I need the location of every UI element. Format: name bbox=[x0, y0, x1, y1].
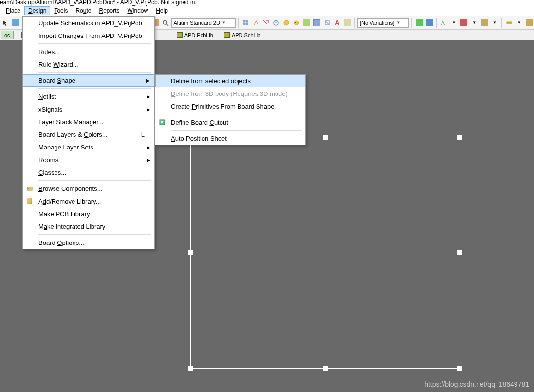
separator bbox=[38, 180, 151, 181]
menu-reports[interactable]: Reports bbox=[95, 6, 123, 15]
search-icon[interactable] bbox=[161, 18, 170, 28]
text-tool-icon[interactable]: A bbox=[332, 18, 342, 28]
tool-icon[interactable] bbox=[272, 18, 281, 28]
tool-icon[interactable] bbox=[525, 18, 534, 28]
menu-xsignals[interactable]: xSignals ▶ bbox=[23, 103, 154, 115]
separator bbox=[501, 18, 502, 28]
variations-label: [No Variations] bbox=[360, 20, 394, 26]
tool-icon[interactable] bbox=[439, 18, 448, 28]
svg-point-4 bbox=[294, 21, 299, 25]
board-outline[interactable] bbox=[190, 137, 460, 369]
menu-update-schematics[interactable]: Update Schematics in APD_V.PrjPcb bbox=[23, 17, 154, 29]
menu-board-layers[interactable]: Board Layers & Colors... L bbox=[23, 128, 154, 141]
components-icon bbox=[26, 185, 34, 192]
menu-rules[interactable]: Rules... bbox=[23, 45, 154, 58]
menu-make-pcb-library[interactable]: Make PCB Library bbox=[23, 207, 154, 220]
menu-route[interactable]: Route bbox=[72, 6, 95, 15]
tab-label: oc bbox=[4, 32, 10, 38]
schlib-file-icon bbox=[224, 32, 230, 38]
tool-icon[interactable] bbox=[460, 18, 469, 28]
tool-icon[interactable] bbox=[292, 18, 301, 28]
separator bbox=[38, 43, 151, 44]
tool-icon[interactable] bbox=[251, 18, 260, 28]
ruler-icon[interactable] bbox=[504, 18, 514, 28]
tool-icon[interactable] bbox=[241, 18, 250, 28]
arrow-right-icon: ▶ bbox=[147, 145, 150, 150]
handle-bl[interactable] bbox=[188, 366, 193, 371]
separator bbox=[354, 18, 355, 28]
handle-bm[interactable] bbox=[323, 366, 328, 371]
menu-manage-layer-sets[interactable]: Manage Layer Sets ▶ bbox=[23, 141, 154, 153]
separator bbox=[38, 72, 151, 73]
arrow-right-icon: ▶ bbox=[147, 157, 150, 163]
tool-icon[interactable] bbox=[11, 18, 20, 28]
watermark: https://blog.csdn.net/qq_18649781 bbox=[424, 380, 529, 388]
menu-rule-wizard[interactable]: Rule Wizard... bbox=[23, 58, 154, 71]
submenu-define-from-3d: Define from 3D body (Requires 3D mode) bbox=[155, 87, 305, 100]
menu-netlist[interactable]: Netlist ▶ bbox=[23, 90, 154, 103]
separator bbox=[171, 114, 302, 114]
menu-rooms[interactable]: Rooms ▶ bbox=[23, 153, 154, 166]
menu-tools[interactable]: Tools bbox=[50, 6, 72, 15]
separator bbox=[436, 18, 437, 28]
dropdown-icon[interactable]: ▼ bbox=[515, 18, 524, 28]
handle-br[interactable] bbox=[457, 366, 462, 371]
svg-point-0 bbox=[163, 20, 167, 24]
dropdown-icon[interactable]: ▼ bbox=[490, 18, 499, 28]
tool-cursor-icon[interactable] bbox=[1, 18, 10, 28]
menu-board-options[interactable]: Board Options... bbox=[23, 236, 154, 249]
menu-browse-components[interactable]: Browse Components... bbox=[23, 182, 154, 195]
submenu-define-cutout[interactable]: Define Board Cutout bbox=[155, 116, 305, 129]
submenu-create-primitives[interactable]: Create Primitives From Board Shape bbox=[155, 100, 305, 112]
menu-make-integrated-library[interactable]: Make Integrated Library bbox=[23, 220, 154, 233]
submenu-auto-position[interactable]: Auto-Position Sheet bbox=[155, 132, 305, 145]
svg-rect-9 bbox=[28, 199, 32, 204]
tab-pcblib[interactable]: APD.PcbLib bbox=[174, 31, 216, 39]
menu-help[interactable]: Help bbox=[152, 6, 172, 15]
svg-point-5 bbox=[295, 22, 296, 23]
handle-tm[interactable] bbox=[323, 135, 328, 140]
view-mode-select[interactable]: Altium Standard 2D ▼ bbox=[171, 18, 236, 28]
separator bbox=[411, 18, 412, 28]
handle-mr[interactable] bbox=[457, 250, 462, 255]
design-dropdown: Update Schematics in APD_V.PrjPcb Import… bbox=[22, 16, 155, 249]
separator bbox=[171, 130, 302, 131]
dropdown-icon[interactable]: ▼ bbox=[470, 18, 479, 28]
svg-rect-11 bbox=[161, 121, 163, 123]
menu-board-shape[interactable]: Board Shape ▶ bbox=[23, 74, 154, 87]
tab-schlib[interactable]: APD.SchLib bbox=[221, 31, 263, 39]
separator bbox=[238, 18, 239, 28]
menu-window[interactable]: Window bbox=[123, 6, 152, 15]
tool-icon[interactable] bbox=[424, 18, 434, 28]
submenu-define-from-selected[interactable]: Define from selected objects bbox=[155, 75, 305, 87]
svg-rect-6 bbox=[507, 22, 512, 24]
menu-design[interactable]: Design bbox=[24, 6, 50, 15]
tool-icon[interactable] bbox=[480, 18, 489, 28]
arrow-right-icon: ▶ bbox=[147, 107, 150, 112]
menu-place[interactable]: Place bbox=[2, 6, 24, 15]
svg-point-3 bbox=[284, 20, 289, 25]
handle-tr[interactable] bbox=[457, 135, 462, 140]
svg-rect-7 bbox=[27, 187, 32, 190]
tool-icon[interactable] bbox=[313, 18, 322, 28]
tool-icon[interactable] bbox=[302, 18, 312, 28]
menu-classes[interactable]: Classes... bbox=[23, 166, 154, 179]
variations-select[interactable]: [No Variations] ▼ bbox=[357, 18, 409, 28]
chevron-down-icon: ▼ bbox=[222, 20, 226, 25]
tab-active-doc[interactable]: oc bbox=[1, 31, 14, 39]
shortcut-label: L bbox=[141, 131, 145, 138]
tool-icon[interactable] bbox=[322, 18, 331, 28]
cutout-icon bbox=[158, 118, 166, 126]
tool-icon[interactable] bbox=[261, 18, 271, 28]
tool-icon[interactable] bbox=[343, 18, 352, 28]
menu-import-changes[interactable]: Import Changes From APD_V.PrjPcb bbox=[23, 29, 154, 42]
tool-icon[interactable] bbox=[282, 18, 291, 28]
titlebar: eam\Desktop\AltiumD\APD_V\APD.PcbDoc* - … bbox=[0, 0, 534, 6]
view-mode-label: Altium Standard 2D bbox=[174, 20, 220, 26]
menu-add-remove-library[interactable]: Add/Remove Library... bbox=[23, 195, 154, 207]
menubar: Place Design Tools Route Reports Window … bbox=[0, 6, 534, 16]
dropdown-icon[interactable]: ▼ bbox=[449, 18, 459, 28]
tool-icon[interactable] bbox=[414, 18, 424, 28]
handle-ml[interactable] bbox=[188, 250, 193, 255]
menu-layer-stack[interactable]: Layer Stack Manager... bbox=[23, 115, 154, 128]
